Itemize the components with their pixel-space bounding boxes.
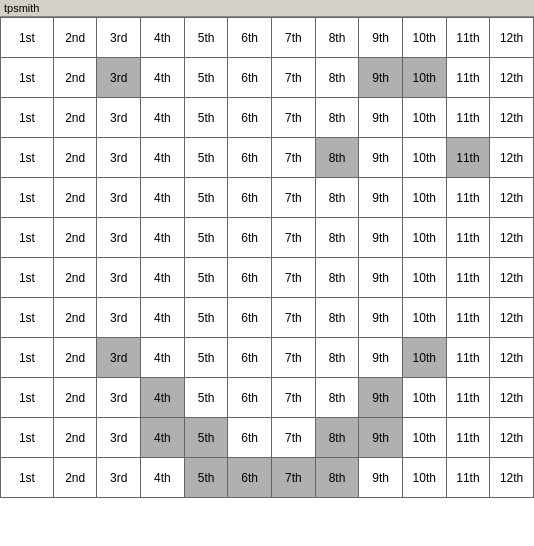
table-cell[interactable]: 4th [141, 98, 185, 138]
table-cell[interactable]: 9th [359, 138, 403, 178]
table-cell[interactable]: 2nd [53, 98, 97, 138]
table-cell[interactable]: 9th [359, 298, 403, 338]
table-cell[interactable]: 11th [446, 458, 490, 498]
table-cell[interactable]: 10th [402, 218, 446, 258]
table-cell[interactable]: 9th [359, 218, 403, 258]
table-cell[interactable]: 11th [446, 338, 490, 378]
table-cell[interactable]: 1st [1, 418, 54, 458]
table-cell[interactable]: 7th [272, 258, 316, 298]
table-cell[interactable]: 5th [184, 378, 228, 418]
table-cell[interactable]: 8th [315, 98, 359, 138]
table-cell[interactable]: 3rd [97, 18, 141, 58]
table-cell[interactable]: 10th [402, 258, 446, 298]
table-cell[interactable]: 3rd [97, 138, 141, 178]
table-cell[interactable]: 10th [402, 458, 446, 498]
table-cell[interactable]: 4th [141, 138, 185, 178]
table-cell[interactable]: 11th [446, 178, 490, 218]
table-cell[interactable]: 2nd [53, 418, 97, 458]
table-cell[interactable]: 6th [228, 418, 272, 458]
table-cell[interactable]: 8th [315, 378, 359, 418]
table-cell[interactable]: 3rd [97, 338, 141, 378]
table-cell[interactable]: 1st [1, 58, 54, 98]
table-cell[interactable]: 1st [1, 138, 54, 178]
table-cell[interactable]: 4th [141, 58, 185, 98]
table-cell[interactable]: 6th [228, 98, 272, 138]
table-cell[interactable]: 12th [490, 378, 534, 418]
table-cell[interactable]: 12th [490, 58, 534, 98]
table-cell[interactable]: 4th [141, 18, 185, 58]
table-cell[interactable]: 2nd [53, 138, 97, 178]
table-cell[interactable]: 5th [184, 18, 228, 58]
table-cell[interactable]: 10th [402, 338, 446, 378]
table-cell[interactable]: 12th [490, 298, 534, 338]
table-cell[interactable]: 6th [228, 258, 272, 298]
table-cell[interactable]: 10th [402, 298, 446, 338]
table-cell[interactable]: 6th [228, 218, 272, 258]
table-cell[interactable]: 7th [272, 458, 316, 498]
table-cell[interactable]: 12th [490, 458, 534, 498]
table-cell[interactable]: 5th [184, 258, 228, 298]
table-cell[interactable]: 6th [228, 458, 272, 498]
table-cell[interactable]: 7th [272, 178, 316, 218]
table-cell[interactable]: 4th [141, 178, 185, 218]
table-cell[interactable]: 7th [272, 98, 316, 138]
table-cell[interactable]: 6th [228, 378, 272, 418]
table-cell[interactable]: 12th [490, 258, 534, 298]
table-cell[interactable]: 6th [228, 18, 272, 58]
table-cell[interactable]: 10th [402, 418, 446, 458]
table-cell[interactable]: 9th [359, 178, 403, 218]
table-cell[interactable]: 10th [402, 378, 446, 418]
table-cell[interactable]: 10th [402, 178, 446, 218]
table-cell[interactable]: 1st [1, 258, 54, 298]
table-cell[interactable]: 1st [1, 178, 54, 218]
table-cell[interactable]: 7th [272, 298, 316, 338]
table-cell[interactable]: 11th [446, 218, 490, 258]
table-cell[interactable]: 1st [1, 98, 54, 138]
table-cell[interactable]: 5th [184, 138, 228, 178]
table-cell[interactable]: 5th [184, 218, 228, 258]
table-cell[interactable]: 3rd [97, 258, 141, 298]
table-cell[interactable]: 9th [359, 418, 403, 458]
table-cell[interactable]: 12th [490, 138, 534, 178]
table-cell[interactable]: 5th [184, 178, 228, 218]
table-cell[interactable]: 8th [315, 178, 359, 218]
table-cell[interactable]: 3rd [97, 98, 141, 138]
table-cell[interactable]: 9th [359, 98, 403, 138]
table-cell[interactable]: 10th [402, 18, 446, 58]
table-cell[interactable]: 5th [184, 58, 228, 98]
table-cell[interactable]: 2nd [53, 458, 97, 498]
table-cell[interactable]: 6th [228, 138, 272, 178]
table-cell[interactable]: 8th [315, 338, 359, 378]
table-cell[interactable]: 10th [402, 138, 446, 178]
table-cell[interactable]: 11th [446, 18, 490, 58]
table-cell[interactable]: 2nd [53, 218, 97, 258]
table-cell[interactable]: 6th [228, 58, 272, 98]
table-cell[interactable]: 4th [141, 418, 185, 458]
table-cell[interactable]: 4th [141, 378, 185, 418]
table-cell[interactable]: 11th [446, 258, 490, 298]
table-cell[interactable]: 1st [1, 458, 54, 498]
table-cell[interactable]: 2nd [53, 178, 97, 218]
table-cell[interactable]: 5th [184, 458, 228, 498]
table-cell[interactable]: 8th [315, 58, 359, 98]
table-cell[interactable]: 3rd [97, 58, 141, 98]
table-cell[interactable]: 3rd [97, 418, 141, 458]
table-cell[interactable]: 1st [1, 378, 54, 418]
table-cell[interactable]: 1st [1, 18, 54, 58]
table-cell[interactable]: 8th [315, 298, 359, 338]
table-cell[interactable]: 5th [184, 298, 228, 338]
table-cell[interactable]: 10th [402, 98, 446, 138]
table-cell[interactable]: 12th [490, 338, 534, 378]
table-cell[interactable]: 11th [446, 58, 490, 98]
table-cell[interactable]: 12th [490, 18, 534, 58]
table-cell[interactable]: 2nd [53, 258, 97, 298]
table-cell[interactable]: 10th [402, 58, 446, 98]
table-cell[interactable]: 4th [141, 338, 185, 378]
table-cell[interactable]: 9th [359, 458, 403, 498]
table-cell[interactable]: 3rd [97, 298, 141, 338]
table-cell[interactable]: 12th [490, 178, 534, 218]
table-cell[interactable]: 11th [446, 378, 490, 418]
table-cell[interactable]: 9th [359, 258, 403, 298]
table-cell[interactable]: 9th [359, 378, 403, 418]
table-cell[interactable]: 2nd [53, 338, 97, 378]
